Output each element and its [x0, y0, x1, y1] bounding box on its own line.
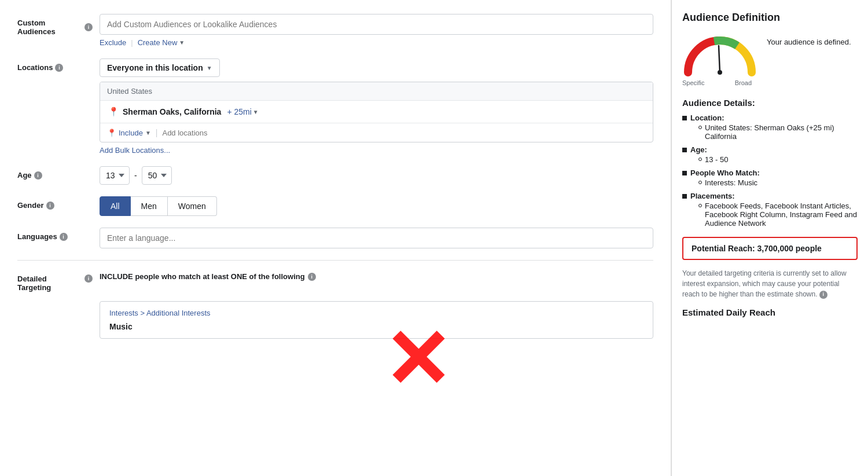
- actions-separator: |: [131, 38, 133, 47]
- gender-women-button[interactable]: Women: [168, 196, 217, 216]
- include-button[interactable]: 📍 Include ▼: [107, 129, 151, 137]
- detail-location-item: Location: United States: Sherman Oaks (+…: [682, 113, 858, 142]
- interest-tag: Music: [109, 322, 643, 331]
- gender-info-icon[interactable]: i: [46, 202, 54, 210]
- location-sub-item: United States: Sherman Oaks (+25 mi) Cal…: [698, 123, 858, 141]
- age-sub-list: 13 - 50: [690, 155, 728, 164]
- detail-age-item: Age: 13 - 50: [682, 145, 858, 165]
- languages-input[interactable]: [100, 228, 653, 248]
- sub-bullet-people: [698, 181, 702, 184]
- people-sub-list: Interests: Music: [690, 178, 760, 187]
- age-sub-item: 13 - 50: [698, 155, 728, 164]
- expansion-note: Your detailed targeting criteria is curr…: [682, 268, 858, 299]
- detail-people-item: People Who Match: Interests: Music: [682, 169, 858, 188]
- estimated-reach-title: Estimated Daily Reach: [682, 307, 858, 317]
- age-content: 13 18 21 25 - 50 55 60 65: [100, 166, 653, 185]
- location-type-button[interactable]: Everyone in this location ▼: [100, 58, 220, 77]
- right-panel: Audience Definition Specific: [671, 0, 868, 476]
- add-bulk-locations-link[interactable]: Add Bulk Locations...: [100, 146, 170, 155]
- custom-audiences-info-icon[interactable]: i: [84, 23, 93, 31]
- audience-details-list: Location: United States: Sherman Oaks (+…: [682, 113, 858, 229]
- detailed-targeting-description: INCLUDE people who match at least ONE of…: [100, 272, 316, 281]
- people-sub-item: Interests: Music: [698, 178, 760, 187]
- languages-row: Languages i: [17, 228, 653, 248]
- location-item: 📍 Sherman Oaks, California + 25mi ▼: [100, 101, 653, 123]
- location-country: United States: [100, 82, 653, 101]
- potential-reach-box: Potential Reach: 3,700,000 people: [682, 237, 858, 260]
- pin-icon: 📍: [108, 107, 119, 117]
- targeting-box: Interests > Additional Interests Music: [100, 301, 653, 339]
- audiences-actions: Exclude | Create New ▼: [100, 38, 653, 47]
- interests-path: Interests > Additional Interests: [109, 309, 643, 317]
- detailed-targeting-info-icon[interactable]: i: [84, 274, 93, 283]
- locations-info-icon[interactable]: i: [55, 64, 63, 72]
- exclude-button[interactable]: Exclude: [100, 38, 126, 47]
- location-type-arrow-icon: ▼: [207, 65, 212, 71]
- languages-info-icon[interactable]: i: [60, 233, 68, 241]
- age-max-select[interactable]: 50 55 60 65: [142, 166, 172, 185]
- location-box: United States 📍 Sherman Oaks, California…: [100, 82, 653, 142]
- audience-details-title: Audience Details:: [682, 98, 858, 108]
- radius-arrow-icon: ▼: [253, 109, 259, 115]
- gender-men-button[interactable]: Men: [131, 196, 168, 216]
- radius-button[interactable]: + 25mi ▼: [227, 107, 258, 116]
- custom-audiences-row: Custom Audiences i Exclude | Create New …: [17, 14, 653, 47]
- location-input-row: 📍 Include ▼ |: [100, 123, 653, 142]
- sub-bullet-location: [698, 126, 702, 129]
- create-new-arrow-icon: ▼: [179, 39, 185, 46]
- custom-audiences-input[interactable]: [100, 14, 653, 35]
- gauge-labels: Specific Broad: [682, 79, 752, 86]
- svg-point-1: [718, 70, 722, 75]
- audience-definition-title: Audience Definition: [682, 12, 858, 24]
- detail-placements-item: Placements: Facebook Feeds, Facebook Ins…: [682, 192, 858, 229]
- languages-label: Languages i: [17, 228, 93, 241]
- location-pipe: |: [156, 128, 158, 137]
- expansion-info-icon[interactable]: i: [819, 291, 827, 299]
- locations-content: Everyone in this location ▼ United State…: [100, 58, 653, 155]
- languages-content: [100, 228, 653, 248]
- age-selects-row: 13 18 21 25 - 50 55 60 65: [100, 166, 653, 185]
- detailed-targeting-row: Detailed Targeting i INCLUDE people who …: [17, 272, 653, 292]
- pin-small-icon: 📍: [107, 129, 116, 137]
- placements-sub-item: Facebook Feeds, Facebook Instant Article…: [698, 202, 858, 228]
- locations-row: Locations i Everyone in this location ▼ …: [17, 58, 653, 155]
- gauge-container: Specific Broad Your audience is defined.: [682, 33, 858, 86]
- location-sub-list: United States: Sherman Oaks (+25 mi) Cal…: [690, 123, 858, 141]
- create-new-button[interactable]: Create New ▼: [138, 38, 185, 47]
- svg-line-0: [719, 46, 720, 72]
- gauge-chart: Specific Broad: [682, 33, 757, 86]
- sub-bullet-age: [698, 158, 702, 161]
- bullet-location: [682, 116, 687, 120]
- age-dash: -: [134, 171, 137, 180]
- detailed-targeting-label: Detailed Targeting i: [17, 272, 93, 292]
- age-label: Age i: [17, 166, 93, 180]
- add-locations-input[interactable]: [162, 129, 646, 137]
- custom-audiences-content: Exclude | Create New ▼: [100, 14, 653, 47]
- gender-content: All Men Women: [100, 196, 653, 216]
- sub-bullet-placements: [698, 204, 702, 207]
- age-min-select[interactable]: 13 18 21 25: [100, 166, 130, 185]
- placements-sub-list: Facebook Feeds, Facebook Instant Article…: [690, 202, 858, 228]
- bullet-placements: [682, 194, 687, 199]
- custom-audiences-label: Custom Audiences i: [17, 14, 93, 36]
- gender-all-button[interactable]: All: [100, 196, 131, 216]
- gender-row: Gender i All Men Women: [17, 196, 653, 216]
- detailed-targeting-desc-info-icon[interactable]: i: [308, 273, 316, 281]
- locations-label: Locations i: [17, 58, 93, 72]
- age-info-icon[interactable]: i: [34, 171, 42, 180]
- bullet-people: [682, 171, 687, 175]
- gender-label: Gender i: [17, 196, 93, 210]
- bullet-age: [682, 148, 687, 152]
- include-arrow-icon: ▼: [145, 130, 151, 136]
- section-divider: [17, 260, 653, 261]
- age-row: Age i 13 18 21 25 - 50 55 60 6: [17, 166, 653, 185]
- gender-btn-group: All Men Women: [100, 196, 653, 216]
- gauge-description: Your audience is defined.: [767, 33, 851, 46]
